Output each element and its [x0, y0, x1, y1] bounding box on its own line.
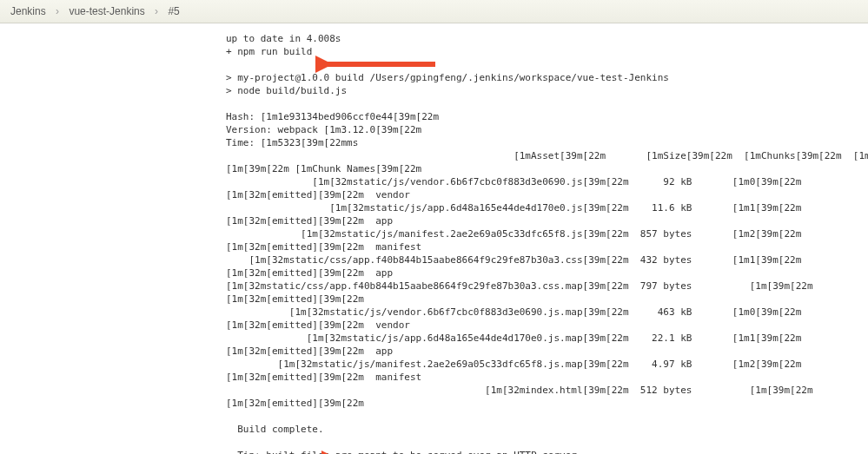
- breadcrumb-item-jenkins[interactable]: Jenkins: [10, 5, 46, 17]
- breadcrumb-sep-icon: ›: [56, 5, 59, 17]
- breadcrumb-item-job[interactable]: vue-test-Jenkins: [69, 5, 144, 17]
- console-output: up to date in 4.008s + npm run build > m…: [226, 32, 868, 454]
- breadcrumb-item-build[interactable]: #5: [168, 5, 179, 17]
- breadcrumb: Jenkins › vue-test-Jenkins › #5: [0, 0, 868, 23]
- breadcrumb-sep-icon: ›: [155, 5, 158, 17]
